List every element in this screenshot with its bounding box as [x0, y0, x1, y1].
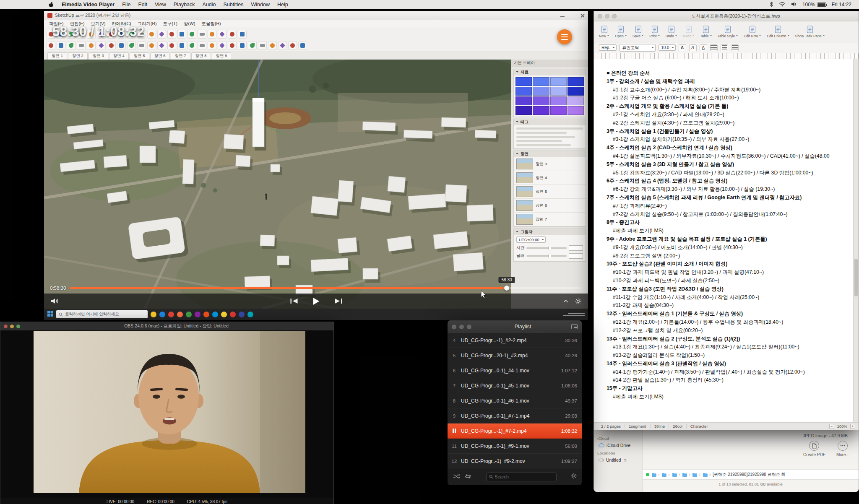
- menubar-clock[interactable]: Fri 14:22: [832, 2, 851, 8]
- create-pdf-button[interactable]: Create PDF: [803, 441, 825, 457]
- next-button[interactable]: [334, 298, 342, 304]
- document-line: 6주 - 스케치업 실습 4 (맵핑, 모델링 / 참고 실습 영상): [607, 177, 851, 185]
- minimize-button[interactable]: [10, 325, 14, 328]
- seek-bar[interactable]: 58:30: [70, 287, 581, 289]
- zoom-button[interactable]: [16, 325, 20, 328]
- playlist-item[interactable]: 12 UD_CG-Progr..-1)_#9-2.mov 1:09:27: [448, 454, 582, 468]
- hwp-toolbar-button[interactable]: Edit Column: [767, 26, 789, 38]
- align-left-button[interactable]: [710, 44, 718, 51]
- menubar-menu[interactable]: View: [155, 2, 166, 8]
- menubar-menu[interactable]: Edit: [138, 2, 147, 8]
- playlist-search-field[interactable]: [486, 473, 557, 481]
- obs-window[interactable]: OBS 24.0.6 (mac) - 프로파일: Untitled - 장면: …: [0, 322, 334, 504]
- scene-tab: 장면 7: [171, 52, 190, 60]
- seek-handle[interactable]: [504, 286, 509, 291]
- hwp-toolbar-button[interactable]: Table Style: [718, 26, 739, 38]
- volume-icon[interactable]: [791, 2, 797, 8]
- tool-icon: [651, 26, 659, 33]
- bluetooth-icon[interactable]: [769, 1, 773, 8]
- sidebar-item-icloud-drive[interactable]: iCloud Drive: [597, 442, 639, 449]
- more-actions-button[interactable]: More...: [836, 441, 849, 457]
- style-dropdown[interactable]: Rep.: [599, 44, 617, 51]
- color-swatch: [533, 77, 549, 86]
- align-right-button[interactable]: [731, 44, 739, 51]
- document-line: 13주 - 일러스트레이터 실습 2 (구상도, 분석도 실습 (1)/(2)): [607, 335, 851, 343]
- apple-menu-icon[interactable]: [49, 2, 54, 8]
- hwp-toolbar-button[interactable]: Open: [615, 26, 627, 38]
- playlist-settings-button[interactable]: [571, 473, 577, 481]
- breadcrumb[interactable]: › › › › › › [권형준-21925998]21925998 권형준 최: [643, 469, 859, 480]
- hwp-toolbar-button[interactable]: Undo: [666, 26, 677, 38]
- elmedia-menu-button[interactable]: [557, 29, 572, 44]
- obs-preview-canvas[interactable]: [0, 330, 333, 498]
- hwp-toolbar-button[interactable]: Redo: [683, 26, 695, 38]
- playlist-item[interactable]: 5 UD_CG-Progr...20-1)_#3.mp4 40:26: [448, 348, 582, 363]
- font-size-dropdown[interactable]: 10.0: [659, 44, 675, 51]
- minimize-button[interactable]: [605, 14, 609, 18]
- webcam-source[interactable]: [34, 331, 305, 493]
- playlist-item[interactable]: 7 UD_CG-Progr...0-1)_#5-1.mov 1:06:06: [448, 378, 582, 393]
- battery-indicator[interactable]: 100%: [802, 2, 826, 8]
- folder-icon: [703, 473, 708, 477]
- playlist-item[interactable]: 8 UD_CG-Progr...0-1)_#6-1.mov 49:37: [448, 393, 582, 408]
- date-value-box: [569, 253, 583, 259]
- menubar-menu[interactable]: Subtitles: [224, 2, 244, 8]
- close-button[interactable]: [452, 325, 456, 329]
- play-button[interactable]: [312, 297, 320, 305]
- hwp-toolbar-button[interactable]: New: [599, 26, 609, 38]
- menubar-menu[interactable]: Help: [277, 2, 288, 8]
- previous-button[interactable]: [290, 298, 298, 304]
- color-swatch: [567, 96, 584, 105]
- close-button[interactable]: [598, 14, 602, 18]
- hwp-toolbar-button[interactable]: Edit Row: [744, 26, 761, 38]
- menubar-menu[interactable]: Audio: [203, 2, 216, 8]
- repeat-button[interactable]: [465, 473, 471, 481]
- scene-tab: 장면 4: [109, 52, 129, 60]
- settings-gear-button[interactable]: [575, 298, 581, 304]
- active-app-name[interactable]: Elmedia Video Player: [62, 2, 115, 8]
- playlist-item[interactable]: UD_CG-Progr...-1)_#7-2.mp4 1:08:32: [448, 423, 582, 439]
- sketchup-tool-icon: [77, 41, 86, 50]
- status-segment: 1segment: [625, 424, 651, 429]
- zoom-button[interactable]: [467, 325, 471, 329]
- tool-icon: [685, 26, 693, 33]
- search-input[interactable]: [495, 474, 554, 479]
- document-line: #1-2강 구글 어스 실습 (6:00~) / 해외 도시 소개(10:00~…: [607, 94, 851, 102]
- hwp-toolbar-button[interactable]: Show Task Pane: [795, 26, 825, 38]
- zoom-button[interactable]: [612, 14, 617, 18]
- hwp-toolbar-button[interactable]: Table: [700, 26, 712, 38]
- align-center-button[interactable]: [721, 44, 728, 51]
- font-dropdown[interactable]: 휴먼고딕: [620, 44, 656, 52]
- underline-button[interactable]: A: [700, 44, 707, 51]
- italic-button[interactable]: A: [689, 44, 697, 51]
- document-body[interactable]: ■ 온라인 강의 순서1주 - 강의소개 / 실습 및 재택수업 과제#1-1강…: [594, 59, 853, 422]
- zoom-out-button[interactable]: −: [829, 424, 834, 429]
- menubar-menu[interactable]: Window: [251, 2, 269, 8]
- volume-button[interactable]: [51, 298, 58, 304]
- close-button[interactable]: [4, 325, 8, 328]
- bold-button[interactable]: A: [679, 44, 686, 51]
- shuffle-button[interactable]: [453, 473, 460, 481]
- sketchup-titlebar: SketchUp 프로 2020 (평가판 2일 남음): [44, 11, 588, 20]
- menubar-menu[interactable]: Playback: [174, 2, 195, 8]
- sidebar-item-untitled[interactable]: Untitled: [597, 457, 639, 463]
- menubar-menu[interactable]: File: [122, 2, 130, 8]
- wifi-icon[interactable]: [779, 2, 786, 8]
- chevron-up-icon[interactable]: [563, 299, 568, 303]
- playlist-item[interactable]: 6 UD_CG-Progr...0-1)_#4-1.mov 1:07:12: [448, 363, 582, 378]
- sketchup-tool-icon: [137, 41, 146, 50]
- current-time-label: 0:58:30: [50, 286, 66, 291]
- hwp-document-window[interactable]: 도시설계표현응용(2020-1)-강의리스트.hwp New Open Save: [593, 11, 859, 430]
- playlist-item[interactable]: 4 UD_CG-Progr...-1)_#2-2.mp4 30:36: [448, 333, 582, 348]
- playlist-item[interactable]: 11 UD_CG-Progr...0-1)_#9-1.mov 56:00: [448, 439, 582, 454]
- elmedia-video-window[interactable]: SketchUp 프로 2020 (평가판 2일 남음) 파일(F)편집(E)보…: [44, 11, 588, 320]
- hwp-toolbar-button[interactable]: Save: [633, 26, 644, 38]
- zoom-in-button[interactable]: +: [850, 424, 855, 429]
- tool-icon: [774, 26, 782, 33]
- playlist-window[interactable]: Playlist 4 UD_CG-Progr...-1)_#2-2.mp4 30…: [447, 320, 582, 486]
- playlist-item[interactable]: 9 UD_CG-Progr...0-1)_#7-1.mp4 29:03: [448, 408, 582, 423]
- minimize-button[interactable]: [459, 325, 464, 329]
- document-scrollbar[interactable]: [853, 59, 859, 422]
- hwp-toolbar-button[interactable]: Print: [649, 26, 660, 38]
- pip-icon[interactable]: [571, 324, 578, 329]
